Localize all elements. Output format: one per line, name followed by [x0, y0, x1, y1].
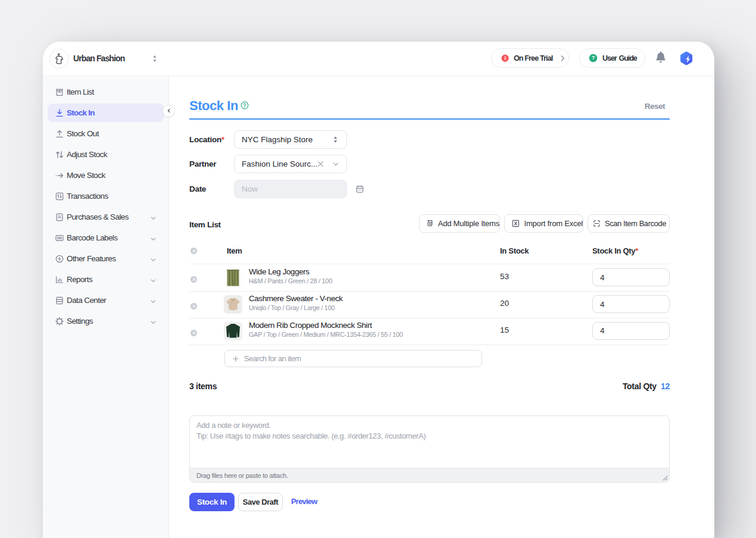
svg-text:1: 1	[504, 56, 507, 61]
svg-text:?: ?	[592, 55, 595, 61]
